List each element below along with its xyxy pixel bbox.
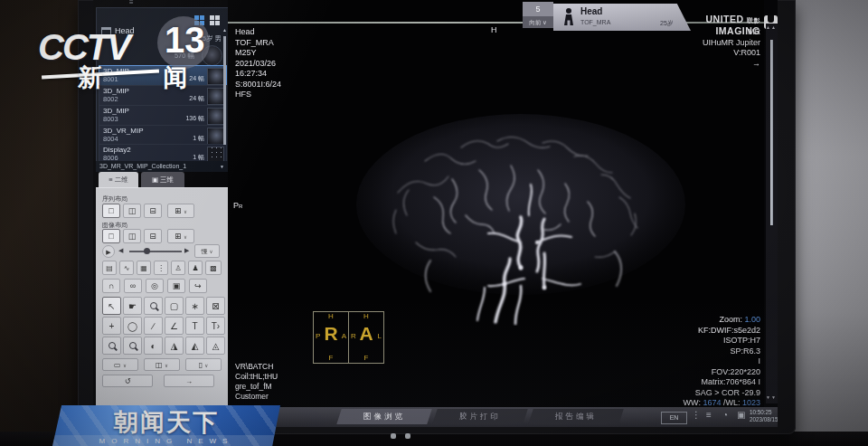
series-layout-label: 序列布局 bbox=[102, 195, 127, 204]
scroll-up-icon[interactable]: ▲▲ bbox=[766, 24, 777, 30]
forward-button[interactable]: → bbox=[164, 375, 214, 387]
magnifier-icon bbox=[129, 342, 137, 349]
orientation-marker-left: PR bbox=[233, 201, 242, 213]
menu-icon[interactable]: ≡ bbox=[129, 0, 134, 6]
chevron-down-icon: ∨ bbox=[204, 363, 208, 368]
tab-image-browse[interactable]: 图像浏览 bbox=[336, 409, 432, 424]
line-measure-button[interactable]: ∕ bbox=[144, 317, 163, 335]
copy-icon[interactable]: ▣ bbox=[167, 279, 185, 293]
ellipse-roi-button[interactable]: ◯ bbox=[123, 317, 142, 335]
series-list-item[interactable]: 3D_MIP 8003 136 幅 bbox=[99, 105, 227, 126]
language-indicator[interactable]: EN bbox=[661, 412, 687, 424]
cine-speed-dropdown[interactable]: 慢 ∨ bbox=[194, 244, 220, 258]
task-queue-icon[interactable]: ⋮ bbox=[692, 410, 701, 420]
tab-report-edit[interactable]: 报告编辑 bbox=[528, 409, 624, 424]
profile-icon[interactable]: ⋮ bbox=[154, 261, 168, 275]
cine-slider-knob[interactable] bbox=[144, 248, 150, 254]
layout-1x2-button[interactable]: ◫ bbox=[123, 204, 141, 218]
crosshair-tool-button[interactable]: + bbox=[102, 317, 121, 335]
chevron-down-icon: ∨ bbox=[123, 363, 127, 368]
collection-label-bar[interactable]: 3D_MR_VR_MIP_Collection_1 ▼ bbox=[96, 161, 228, 172]
tab-2d[interactable]: ≡ 二维 bbox=[99, 172, 138, 187]
layout-2x1-button[interactable]: ⊟ bbox=[144, 204, 162, 218]
reset-button[interactable]: ↺ bbox=[102, 375, 153, 387]
tab-3d[interactable]: ▣ 三维 bbox=[141, 172, 184, 187]
queue-count-badge[interactable]: 5 bbox=[523, 2, 553, 16]
export-icon[interactable]: ↪ bbox=[189, 279, 207, 293]
cine-play-button[interactable]: ▶ bbox=[102, 245, 115, 258]
monitor-power-led bbox=[391, 433, 396, 439]
orientation-cube-right: HR AL F bbox=[348, 311, 384, 364]
pointer-tool-button[interactable]: ↖ bbox=[102, 297, 121, 315]
body-orientation-icon[interactable]: ♙ bbox=[171, 261, 185, 275]
cine-first-frame-icon[interactable]: ◀ bbox=[118, 247, 123, 254]
mpr-icon[interactable]: ▤ bbox=[102, 261, 117, 275]
invert-tool-button[interactable]: ◐ bbox=[144, 337, 163, 355]
system-clock: 10:50:25 2023/08/15 bbox=[750, 409, 778, 423]
layout-options-dropdown[interactable]: ◫ ∨ bbox=[144, 358, 180, 371]
histogram-icon[interactable]: ▦ bbox=[137, 261, 151, 275]
brand-cjk: 联影 bbox=[747, 17, 760, 24]
body-orientation2-icon[interactable]: ♟ bbox=[188, 261, 203, 275]
series-thumbnail bbox=[207, 128, 224, 145]
magnet-tool-icon[interactable]: ∩ bbox=[102, 279, 120, 293]
toolbox-icon[interactable]: ▣ bbox=[737, 410, 745, 420]
cine-last-frame-icon[interactable]: ▶ bbox=[184, 247, 189, 254]
delete-region-button[interactable]: ⊠ bbox=[206, 297, 225, 315]
img-layout-1x2-button[interactable]: ◫ bbox=[123, 229, 141, 243]
patient-tab-name: Head bbox=[580, 6, 602, 16]
collection-label: 3D_MR_VR_MIP_Collection_1 bbox=[99, 163, 186, 169]
channel-name: 新 闻 bbox=[78, 62, 215, 94]
clock-icon[interactable]: ◔ bbox=[722, 410, 728, 420]
angle-measure-button[interactable]: ∠ bbox=[165, 317, 184, 335]
img-layout-1x1-button[interactable]: □ bbox=[102, 229, 120, 243]
filter-icon[interactable]: ▼ bbox=[220, 161, 224, 172]
tab-film-print[interactable]: 胶片打印 bbox=[432, 409, 528, 424]
text-annotation-button[interactable]: T bbox=[185, 317, 204, 335]
viewer-scroll-thumb[interactable] bbox=[770, 40, 773, 225]
scroll-down-icon[interactable]: ▼▼ bbox=[766, 394, 777, 400]
enhance-tool-button[interactable]: ∗ bbox=[185, 297, 204, 315]
magnifier-icon bbox=[150, 302, 157, 309]
forward-dropdown[interactable]: 向前 ∨ bbox=[523, 16, 553, 28]
dicom-overlay-bottomleft: VR\BATCHCoil:tHL;tHU gre_tof_fMCustomer bbox=[235, 362, 278, 402]
task-list-icon[interactable]: ≡ bbox=[706, 410, 712, 420]
cine-slider-track[interactable] bbox=[129, 251, 182, 252]
text-arrow-button[interactable]: T› bbox=[206, 317, 225, 335]
link-series-icon[interactable]: ∞ bbox=[124, 279, 142, 293]
save-options-dropdown[interactable]: ▭ ∨ bbox=[102, 358, 138, 371]
layout-more-dropdown[interactable]: ⊞ ∨ bbox=[167, 204, 194, 218]
probe-tool-button[interactable] bbox=[123, 337, 142, 355]
monitor-button[interactable] bbox=[405, 433, 410, 439]
layers-icon: ≡ bbox=[108, 176, 112, 184]
magnify-glass-button[interactable] bbox=[102, 337, 121, 355]
img-layout-more-dropdown[interactable]: ⊞ ∨ bbox=[167, 229, 194, 243]
rotate-tool-button[interactable]: ◬ bbox=[206, 337, 225, 355]
flip-horizontal-button[interactable]: ◮ bbox=[165, 337, 184, 355]
patient-tab-series: TOF_MRA bbox=[580, 19, 610, 25]
dicom-overlay-bottomright: Zoom: 1.00 KF:DWIF:s5e2d2ISOTP:H7 SP:R6.… bbox=[580, 315, 760, 409]
series-list-item[interactable]: 3D_VR_MIP 8004 1 幅 bbox=[99, 125, 227, 146]
zoom-tool-button[interactable] bbox=[144, 297, 163, 315]
wall bbox=[787, 0, 868, 446]
magnifier-icon bbox=[108, 342, 116, 349]
program-title: 朝闻天下 bbox=[52, 406, 280, 439]
send-options-dropdown[interactable]: ▯ ∨ bbox=[185, 358, 222, 371]
crop-tool-button[interactable]: ▢ bbox=[165, 297, 184, 315]
series-thumbnail bbox=[207, 108, 224, 125]
brain-mra-image bbox=[344, 107, 698, 326]
curve-icon[interactable]: ∿ bbox=[119, 261, 134, 275]
flip-vertical-button[interactable]: ◭ bbox=[185, 337, 204, 355]
gradient-lut-dropdown[interactable]: ▩ bbox=[205, 261, 222, 275]
program-banner: 朝闻天下 MORNING NEWS bbox=[52, 405, 280, 446]
orientation-cube-left: HP RA F bbox=[313, 311, 349, 364]
img-layout-2x1-button[interactable]: ⊟ bbox=[144, 229, 162, 243]
pan-tool-button[interactable]: ☛ bbox=[123, 297, 142, 315]
dicom-overlay-topright: MRUIHuMR Jupiter V:R001→ bbox=[580, 27, 760, 69]
series-name: 3D_MIP bbox=[103, 107, 129, 115]
channel-number: 13 bbox=[165, 20, 205, 61]
layout-1x1-button[interactable]: □ bbox=[102, 204, 120, 218]
localizer-icon[interactable]: ◎ bbox=[146, 279, 164, 293]
chevron-down-icon: ∨ bbox=[209, 249, 212, 254]
series-id: 8003 bbox=[103, 115, 118, 123]
